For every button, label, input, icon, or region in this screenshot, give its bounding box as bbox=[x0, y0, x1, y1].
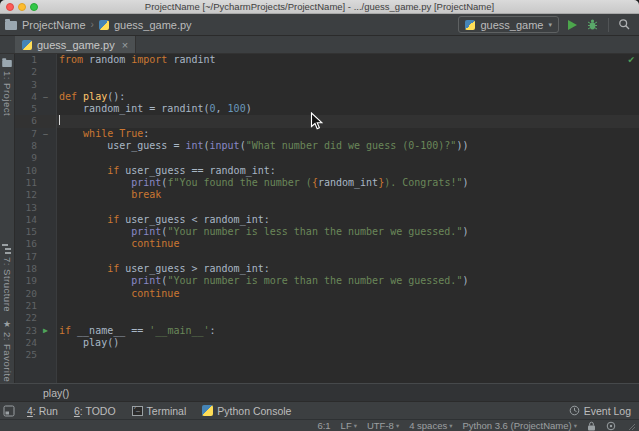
gutter-line: 8 bbox=[15, 140, 56, 152]
tool-window-button-terminal[interactable]: Terminal bbox=[132, 405, 187, 417]
close-tab-icon[interactable]: × bbox=[122, 40, 128, 50]
interpreter-widget[interactable]: Python 3.6 (ProjectName) ▾ bbox=[462, 420, 577, 431]
project-folder-icon bbox=[5, 21, 17, 30]
gutter-line: 5 bbox=[15, 103, 56, 115]
line-number: 15 bbox=[15, 226, 37, 238]
bottom-tool-bar: 4: Run6: TODOTerminalPython Console Even… bbox=[0, 401, 639, 419]
code-line-4[interactable]: def play(): bbox=[57, 91, 639, 103]
gutter-line: 18 bbox=[15, 263, 56, 275]
code-line-10[interactable]: if user_guess == random_int: bbox=[57, 165, 639, 177]
search-everywhere-button[interactable] bbox=[618, 18, 631, 31]
editor[interactable]: 1234−567−891011121314151617181920212223▶… bbox=[15, 54, 639, 383]
titlebar[interactable]: ProjectName [~/PycharmProjects/ProjectNa… bbox=[0, 0, 639, 14]
gutter-line: 12 bbox=[15, 189, 56, 201]
line-separator-widget[interactable]: LF ▾ bbox=[341, 420, 357, 431]
highlighting-level-button[interactable] bbox=[606, 421, 616, 431]
code-line-14[interactable]: if user_guess < random_int: bbox=[57, 214, 639, 226]
code-line-7[interactable]: while True: bbox=[57, 128, 639, 140]
resize-grip[interactable] bbox=[626, 421, 636, 431]
fold-icon[interactable]: − bbox=[37, 128, 54, 140]
navbar-item-project[interactable]: ProjectName bbox=[22, 19, 86, 31]
gutter-spacer bbox=[37, 202, 54, 214]
gutter-spacer bbox=[37, 140, 54, 152]
code-line-3[interactable] bbox=[57, 79, 639, 91]
tool-window-button-project[interactable]: 1: Project bbox=[1, 57, 13, 116]
project-icon bbox=[2, 60, 12, 67]
traffic-lights bbox=[6, 3, 38, 11]
code-line-23[interactable]: if __name__ == '__main__': bbox=[57, 325, 639, 337]
navbar-item-file[interactable]: guess_game.py bbox=[114, 19, 192, 31]
tool-window-button-favorites[interactable]: ★ 2: Favorites bbox=[2, 320, 13, 388]
navbar-breadcrumb: ProjectName › guess_game.py bbox=[5, 19, 192, 31]
chevron-down-icon: ▾ bbox=[396, 422, 399, 430]
caret-position-widget[interactable]: 6:1 bbox=[317, 420, 330, 431]
line-number: 19 bbox=[15, 275, 37, 287]
close-window-button[interactable] bbox=[6, 3, 14, 11]
gutter-line: 24 bbox=[15, 337, 56, 349]
gutter-spacer bbox=[37, 103, 54, 115]
gutter-spacer bbox=[37, 288, 54, 300]
tool-window-label: Python Console bbox=[217, 405, 291, 417]
tool-window-quick-access-button[interactable] bbox=[3, 405, 15, 417]
code-line-17[interactable] bbox=[57, 251, 639, 263]
code-line-12[interactable]: break bbox=[57, 189, 639, 201]
toolbar-separator bbox=[608, 18, 609, 32]
line-number: 10 bbox=[15, 165, 37, 177]
code-line-24[interactable]: play() bbox=[57, 337, 639, 349]
encoding-widget[interactable]: UTF-8 ▾ bbox=[367, 420, 399, 431]
code-line-13[interactable] bbox=[57, 202, 639, 214]
gutter-line: 1 bbox=[15, 54, 56, 66]
code-line-2[interactable] bbox=[57, 66, 639, 78]
code-line-18[interactable]: if user_guess > random_int: bbox=[57, 263, 639, 275]
code-line-1[interactable]: from random import randint bbox=[57, 54, 639, 66]
code-line-16[interactable]: continue bbox=[57, 238, 639, 250]
minimize-window-button[interactable] bbox=[18, 3, 26, 11]
code-line-25[interactable] bbox=[57, 349, 639, 361]
gutter-line: 4− bbox=[15, 91, 56, 103]
gutter-line: 2 bbox=[15, 66, 56, 78]
code-line-15[interactable]: print("Your number is less than the numb… bbox=[57, 226, 639, 238]
line-number: 21 bbox=[15, 300, 37, 312]
tool-window-button-structure[interactable]: 7: Structure bbox=[2, 244, 13, 312]
code-line-22[interactable] bbox=[57, 312, 639, 324]
gutter-line: 10 bbox=[15, 165, 56, 177]
tab-label: guess_game.py bbox=[37, 39, 115, 51]
tool-window-button-run[interactable]: 4: Run bbox=[27, 405, 58, 417]
run-configuration-select[interactable]: guess_game ▾ bbox=[458, 16, 559, 33]
gutter-spacer bbox=[37, 66, 54, 78]
code-area[interactable]: from random import randintdef play(): ra… bbox=[57, 54, 639, 383]
gutter-spacer bbox=[37, 349, 54, 361]
breadcrumb-item[interactable]: play() bbox=[43, 387, 69, 399]
fold-icon[interactable]: − bbox=[37, 91, 54, 103]
zoom-window-button[interactable] bbox=[30, 3, 38, 11]
tab-guess-game-py[interactable]: guess_game.py × bbox=[15, 36, 136, 53]
gutter-spacer bbox=[37, 152, 54, 164]
line-number: 9 bbox=[15, 152, 37, 164]
code-line-11[interactable]: print(f"You found the number ({random_in… bbox=[57, 177, 639, 189]
code-line-5[interactable]: random_int = randint(0, 100) bbox=[57, 103, 639, 115]
tool-window-button-pythonconsole[interactable]: Python Console bbox=[202, 405, 291, 417]
code-line-6[interactable] bbox=[57, 115, 639, 127]
gutter: 1234−567−891011121314151617181920212223▶… bbox=[15, 54, 57, 383]
gutter-spacer bbox=[37, 177, 54, 189]
tool-window-button-todo[interactable]: 6: TODO bbox=[74, 405, 116, 417]
gutter-line: 7− bbox=[15, 128, 56, 140]
debug-button[interactable] bbox=[586, 18, 599, 31]
gutter-line: 6 bbox=[15, 115, 56, 127]
code-line-21[interactable] bbox=[57, 300, 639, 312]
indent-widget[interactable]: 4 spaces ▾ bbox=[409, 420, 452, 431]
event-log-button[interactable]: Event Log bbox=[569, 405, 631, 417]
code-line-9[interactable] bbox=[57, 152, 639, 164]
python-icon bbox=[465, 20, 475, 30]
readonly-toggle[interactable] bbox=[587, 421, 596, 431]
run-button[interactable] bbox=[568, 20, 577, 30]
code-line-19[interactable]: print("Your number is more than the numb… bbox=[57, 275, 639, 287]
gutter-line: 20 bbox=[15, 288, 56, 300]
code-line-20[interactable]: continue bbox=[57, 288, 639, 300]
line-number: 7 bbox=[15, 128, 37, 140]
run-gutter-icon[interactable]: ▶ bbox=[37, 325, 54, 337]
line-number: 20 bbox=[15, 288, 37, 300]
code-line-8[interactable]: user_guess = int(input("What number did … bbox=[57, 140, 639, 152]
window-title: ProjectName [~/PycharmProjects/ProjectNa… bbox=[0, 0, 639, 13]
gutter-line: 16 bbox=[15, 238, 56, 250]
